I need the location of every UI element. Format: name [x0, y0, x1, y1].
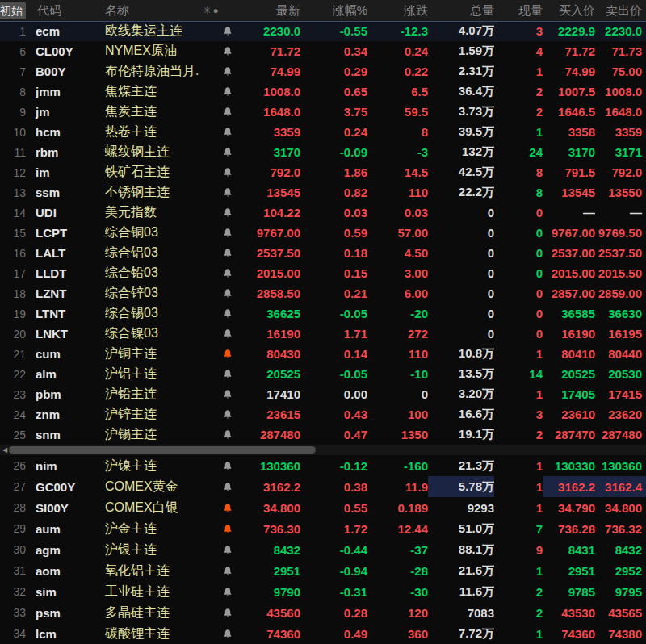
table-row[interactable]: 19 LTNT 综合锡03 36625 -0.05 -20 0 0 36585 … [0, 303, 646, 324]
cell-total-volume: 0 [428, 203, 494, 223]
alert-bell-icon[interactable] [199, 122, 239, 142]
cell-last-price: 34.800 [239, 497, 300, 518]
cell-ask-price: 287480 [595, 424, 646, 445]
table-row[interactable]: 21 cum 沪铜主连 80430 0.14 110 10.8万 1 80410… [0, 344, 646, 364]
header-change-percent[interactable]: 涨幅% [333, 3, 367, 19]
cell-bid-price: 71.72 [543, 41, 595, 61]
table-row[interactable]: 1 ecm 欧线集运主连 2230.0 -0.55 -12.3 4.07万 3 … [0, 21, 646, 41]
alert-bell-icon[interactable] [199, 283, 239, 303]
table-row[interactable]: 8 jmm 焦煤主连 1008.0 0.65 6.5 36.4万 2 1007.… [0, 82, 646, 102]
alert-bell-icon[interactable] [199, 162, 239, 182]
header-last-price[interactable]: 最新 [276, 3, 300, 19]
alert-bell-icon[interactable] [199, 497, 239, 518]
alert-bell-icon[interactable] [199, 21, 239, 41]
table-row[interactable]: 22 alm 沪铝主连 20525 -0.05 -10 13.5万 14 205… [0, 364, 646, 384]
cell-change-percent: 0.14 [300, 344, 367, 364]
alert-bell-icon[interactable] [199, 102, 239, 122]
cell-total-volume: 21.6万 [428, 560, 494, 581]
alert-bell-icon[interactable] [199, 518, 239, 539]
cell-current-volume: 24 [494, 142, 543, 162]
alert-bell-icon[interactable] [199, 344, 239, 364]
cell-change: 0.189 [367, 497, 428, 518]
table-row[interactable]: 16 LALT 综合铝03 2537.50 0.18 4.50 0 0 2537… [0, 243, 646, 263]
alert-bell-icon[interactable] [199, 476, 239, 497]
table-row[interactable]: 6 CL00Y NYMEX原油 71.72 0.34 0.24 1.59万 4 … [0, 41, 646, 61]
row-number: 16 [0, 243, 26, 263]
table-row[interactable]: 32 sim 工业硅主连 9790 -0.31 -30 11.6万 2 9785… [0, 581, 646, 602]
alert-bell-icon[interactable] [199, 404, 239, 424]
alert-bell-icon[interactable] [199, 581, 239, 602]
contract-code: aum [26, 518, 94, 539]
cell-last-price: 20525 [239, 364, 300, 384]
header-ask-price[interactable]: 卖出价 [606, 3, 642, 19]
alert-bell-icon[interactable] [199, 455, 239, 476]
table-row[interactable]: 10 hcm 热卷主连 3359 0.24 8 39.5万 1 3358 335… [0, 122, 646, 142]
table-row[interactable]: 30 agm 沪银主连 8432 -0.44 -37 88.1万 9 8431 … [0, 539, 646, 560]
table-row[interactable]: 25 snm 沪锡主连 287480 0.47 1350 19.1万 2 287… [0, 424, 646, 445]
table-row[interactable]: 23 pbm 沪铅主连 17410 0.00 0 3.20万 1 17405 1… [0, 384, 646, 404]
cell-change-percent: 0.28 [300, 602, 367, 623]
table-row[interactable]: 17 LLDT 综合铅03 2015.00 0.15 3.00 0 0 2015… [0, 263, 646, 283]
cell-last-price: 9767.00 [239, 223, 300, 243]
horizontal-scrollbar[interactable]: ◀ [0, 445, 646, 455]
alert-bell-icon[interactable] [199, 324, 239, 344]
table-row[interactable]: 7 B00Y 布伦特原油当月... 74.99 0.29 0.22 2.31万 … [0, 61, 646, 82]
contract-code: lcm [26, 623, 94, 644]
alert-bell-icon[interactable] [199, 223, 239, 243]
alert-bell-icon[interactable] [199, 623, 239, 644]
cell-bid-price: 2951 [543, 560, 595, 581]
alert-bell-icon[interactable] [199, 539, 239, 560]
table-row[interactable]: 9 jm 焦炭主连 1648.0 3.75 59.5 3.73万 2 1646.… [0, 102, 646, 122]
alert-bell-icon[interactable] [199, 61, 239, 82]
contract-name: 综合镍03 [94, 324, 199, 344]
alert-bell-icon[interactable] [199, 384, 239, 404]
row-number: 27 [0, 476, 26, 497]
cell-bid-price: 791.5 [543, 162, 595, 182]
alert-bell-icon[interactable] [199, 243, 239, 263]
alert-bell-icon[interactable] [199, 424, 239, 445]
alert-bell-icon[interactable] [199, 560, 239, 581]
cell-bid-price: 8431 [543, 539, 595, 560]
header-change[interactable]: 涨跌 [404, 3, 428, 19]
table-row[interactable]: 24 znm 沪锌主连 23615 0.43 100 16.6万 3 23610… [0, 404, 646, 424]
alert-bell-icon[interactable] [199, 602, 239, 623]
table-row[interactable]: 13 ssm 不锈钢主连 13545 0.82 110 22.2万 8 1354… [0, 182, 646, 203]
cell-ask-price: 71.73 [595, 41, 646, 61]
cell-total-volume: 4.07万 [428, 21, 494, 41]
table-row[interactable]: 14 UDI 美元指数 104.22 0.03 0.03 0 0 — — [0, 203, 646, 223]
cell-last-price: 1648.0 [239, 102, 300, 122]
table-row[interactable]: 11 rbm 螺纹钢主连 3170 -0.09 -3 132万 24 3170 … [0, 142, 646, 162]
alert-bell-icon[interactable] [199, 303, 239, 324]
cell-total-volume: 2.31万 [428, 61, 494, 82]
table-row[interactable]: 18 LZNT 综合锌03 2858.50 0.21 6.00 0 0 2857… [0, 283, 646, 303]
scrollbar-thumb[interactable] [9, 446, 316, 454]
header-name[interactable]: 名称 [105, 3, 129, 19]
table-row[interactable]: 28 SI00Y COMEX白银 34.800 0.55 0.189 9293 … [0, 497, 646, 518]
table-row[interactable]: 33 psm 多晶硅主连 43560 0.28 120 7083 2 43530… [0, 602, 646, 623]
initial-sort-button[interactable]: 初始 [0, 2, 26, 19]
display-mode-icon[interactable]: ✳● [203, 5, 220, 16]
contract-name: 螺纹钢主连 [94, 142, 199, 162]
alert-bell-icon[interactable] [199, 41, 239, 61]
header-current-volume[interactable]: 现量 [518, 3, 543, 19]
table-row[interactable]: 27 GC00Y COMEX黄金 3162.2 0.38 11.9 5.78万 … [0, 476, 646, 497]
header-code[interactable]: 代码 [37, 3, 61, 19]
header-total-volume[interactable]: 总量 [470, 3, 494, 19]
cell-bid-price: 2537.00 [543, 243, 595, 263]
table-row[interactable]: 26 nim 沪镍主连 130360 -0.12 -160 21.3万 1 13… [0, 455, 646, 476]
alert-bell-icon[interactable] [199, 182, 239, 203]
row-number: 17 [0, 263, 26, 283]
header-bid-price[interactable]: 买入价 [559, 3, 595, 19]
contract-name: 碳酸锂主连 [94, 623, 199, 644]
table-row[interactable]: 31 aom 氧化铝主连 2951 -0.94 -28 21.6万 1 2951… [0, 560, 646, 581]
alert-bell-icon[interactable] [199, 82, 239, 102]
alert-bell-icon[interactable] [199, 263, 239, 283]
table-row[interactable]: 34 lcm 碳酸锂主连 74360 0.49 360 7.72万 1 7436… [0, 623, 646, 644]
alert-bell-icon[interactable] [199, 142, 239, 162]
table-row[interactable]: 12 im 铁矿石主连 792.0 1.86 14.5 42.5万 8 791.… [0, 162, 646, 182]
table-row[interactable]: 15 LCPT 综合铜03 9767.00 0.59 57.00 0 0 976… [0, 223, 646, 243]
table-row[interactable]: 29 aum 沪金主连 736.30 1.72 12.44 51.0万 7 73… [0, 518, 646, 539]
alert-bell-icon[interactable] [199, 364, 239, 384]
table-row[interactable]: 20 LNKT 综合镍03 16190 1.71 272 0 0 16190 1… [0, 324, 646, 344]
alert-bell-icon[interactable] [199, 203, 239, 223]
